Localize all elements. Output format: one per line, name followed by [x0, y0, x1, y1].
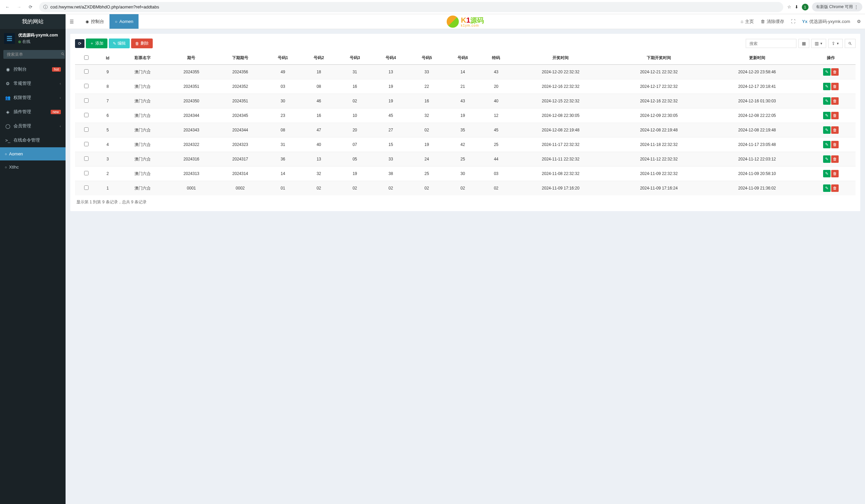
export-button[interactable]: ⇪ ▼: [828, 39, 843, 48]
op-cell: ✎🗑: [806, 94, 855, 108]
hamburger-icon[interactable]: ☰: [70, 19, 74, 24]
col-header[interactable]: [75, 52, 97, 65]
search-toggle-button[interactable]: [845, 39, 855, 48]
col-header[interactable]: 开奖时间: [511, 52, 610, 65]
table-cell: 2024356: [216, 65, 265, 79]
table-cell: 20: [481, 79, 511, 94]
table-cell: 33: [373, 152, 408, 166]
col-header[interactable]: 下期期号: [216, 52, 265, 65]
settings-icon[interactable]: ⚙: [857, 19, 861, 24]
row-edit-button[interactable]: ✎: [823, 68, 831, 76]
home-link[interactable]: ⌂主页: [741, 19, 754, 25]
row-delete-button[interactable]: 🗑: [831, 97, 839, 105]
sidebar-item-aomen[interactable]: ○Aomen: [0, 147, 66, 161]
sidebar-item-常规管理[interactable]: ⚙常规管理‹: [0, 77, 66, 91]
row-checkbox[interactable]: [84, 98, 89, 103]
col-header[interactable]: 彩票名字: [118, 52, 167, 65]
download-icon[interactable]: ⬇: [795, 4, 798, 10]
tab-aomen[interactable]: ○Aomen: [109, 14, 139, 29]
fullscreen-button[interactable]: ⛶: [791, 19, 795, 24]
row-checkbox[interactable]: [84, 142, 89, 146]
row-checkbox[interactable]: [84, 186, 89, 190]
edit-button[interactable]: ✎编辑: [109, 38, 130, 48]
table-cell: 2024-12-08 22:19:48: [511, 123, 610, 138]
row-delete-button[interactable]: 🗑: [831, 141, 839, 148]
table-cell: 24: [409, 152, 445, 166]
toggle-view-button[interactable]: ▦: [798, 39, 809, 48]
row-edit-button[interactable]: ✎: [823, 97, 831, 105]
url-bar[interactable]: ⓘ cod.hwymw.net/aZXDBMbhdO.php/aomen?ref…: [39, 2, 783, 12]
profile-badge[interactable]: 1: [802, 4, 809, 11]
sidebar-item-在线命令管理[interactable]: >_在线命令管理: [0, 133, 66, 147]
row-checkbox[interactable]: [84, 127, 89, 132]
chrome-update-button[interactable]: 有新版 Chrome 可用 ⋮: [812, 2, 862, 11]
add-button[interactable]: ＋添加: [86, 38, 107, 48]
brand-link[interactable]: Yx优选源码-yxymk.com: [802, 19, 850, 25]
columns-button[interactable]: ▥ ▼: [811, 39, 826, 48]
col-header[interactable]: 号码6: [445, 52, 481, 65]
status-dot-icon: [18, 40, 21, 43]
col-header[interactable]: 期号: [167, 52, 216, 65]
col-header[interactable]: 号码4: [373, 52, 408, 65]
col-header[interactable]: 号码2: [301, 52, 336, 65]
row-checkbox[interactable]: [84, 69, 89, 74]
row-checkbox[interactable]: [84, 84, 89, 88]
col-header[interactable]: Id: [97, 52, 118, 65]
tab-控制台[interactable]: ◉控制台: [80, 14, 109, 29]
table-cell: 25: [481, 138, 511, 152]
col-header[interactable]: 号码5: [409, 52, 445, 65]
table-cell: 36: [265, 152, 301, 166]
sidebar-item-插件管理[interactable]: ◈插件管理new: [0, 105, 66, 119]
sidebar-item-xtlhc[interactable]: ○Xtlhc: [0, 161, 66, 174]
col-header[interactable]: 特码: [481, 52, 511, 65]
table-cell: 5: [97, 123, 118, 138]
delete-button[interactable]: 🗑删除: [131, 38, 153, 48]
row-checkbox[interactable]: [84, 156, 89, 161]
row-delete-button[interactable]: 🗑: [831, 68, 839, 76]
table-cell: 14: [265, 166, 301, 181]
row-delete-button[interactable]: 🗑: [831, 170, 839, 177]
user-panel: 优选源码-yxymk.com 在线: [0, 29, 66, 48]
table-cell: 49: [265, 65, 301, 79]
table-cell: 澳门六合: [118, 123, 167, 138]
forward-button[interactable]: →: [14, 2, 24, 12]
row-edit-button[interactable]: ✎: [823, 83, 831, 90]
brand-icon: Yx: [802, 19, 808, 24]
op-cell: ✎🗑: [806, 138, 855, 152]
clear-cache-link[interactable]: 🗑清除缓存: [761, 19, 784, 25]
row-edit-button[interactable]: ✎: [823, 112, 831, 119]
sidebar-search-input[interactable]: [3, 50, 61, 59]
refresh-button[interactable]: ⟳: [75, 39, 84, 48]
bookmark-icon[interactable]: ☆: [787, 4, 791, 10]
row-checkbox[interactable]: [84, 113, 89, 117]
reload-button[interactable]: ⟳: [26, 2, 35, 12]
sub-indicator-icon: ○: [5, 165, 7, 169]
row-edit-button[interactable]: ✎: [823, 141, 831, 148]
col-header[interactable]: 下期开奖时间: [610, 52, 708, 65]
row-delete-button[interactable]: 🗑: [831, 185, 839, 192]
col-header[interactable]: 更新时间: [708, 52, 806, 65]
sidebar-item-权限管理[interactable]: 👥权限管理‹: [0, 91, 66, 105]
site-info-icon[interactable]: ⓘ: [43, 4, 48, 10]
menu-icon: >_: [5, 138, 11, 143]
row-delete-button[interactable]: 🗑: [831, 83, 839, 90]
row-delete-button[interactable]: 🗑: [831, 112, 839, 119]
back-button[interactable]: ←: [3, 2, 12, 12]
col-header[interactable]: 号码3: [337, 52, 373, 65]
row-edit-button[interactable]: ✎: [823, 170, 831, 177]
row-edit-button[interactable]: ✎: [823, 185, 831, 192]
table-search-input[interactable]: [746, 39, 796, 48]
table-cell: 2024-11-09 22:32:32: [610, 166, 708, 181]
row-delete-button[interactable]: 🗑: [831, 126, 839, 134]
sidebar-item-会员管理[interactable]: ◯会员管理‹: [0, 119, 66, 133]
row-edit-button[interactable]: ✎: [823, 155, 831, 163]
table-cell: 02: [337, 181, 373, 196]
select-all-checkbox[interactable]: [84, 55, 89, 60]
row-delete-button[interactable]: 🗑: [831, 155, 839, 163]
sidebar-item-控制台[interactable]: ◉控制台hot: [0, 62, 66, 77]
col-header[interactable]: 号码1: [265, 52, 301, 65]
sidebar-search-button[interactable]: [61, 50, 65, 59]
col-header[interactable]: 操作: [806, 52, 855, 65]
row-checkbox[interactable]: [84, 171, 89, 175]
row-edit-button[interactable]: ✎: [823, 126, 831, 134]
